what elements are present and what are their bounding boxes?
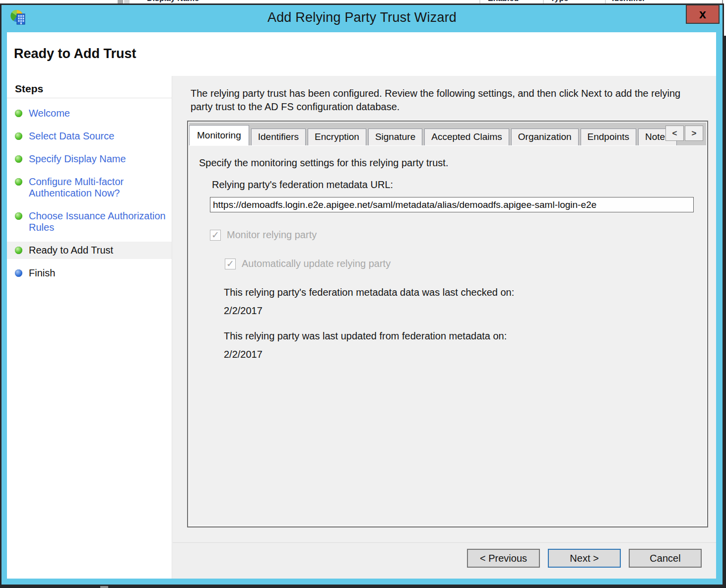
- monitor-relying-party-checkbox-row: ✓ Monitor relying party: [210, 229, 317, 241]
- bg-column-divider: [479, 0, 480, 3]
- add-relying-party-trust-wizard-dialog: Add Relying Party Trust Wizard x Ready t…: [0, 3, 724, 586]
- tab-accepted-claims[interactable]: Accepted Claims: [424, 129, 509, 145]
- window-title: Add Relying Party Trust Wizard: [1, 10, 723, 25]
- tab-monitoring[interactable]: Monitoring: [189, 125, 249, 145]
- bg-column-divider: [543, 0, 544, 3]
- previous-button[interactable]: < Previous: [467, 549, 540, 568]
- step-pending-icon: [15, 269, 22, 277]
- step-item-configure-mfa: Configure Multi-factor Authentication No…: [7, 176, 172, 199]
- bg-scrollbar-fragment: [124, 0, 130, 3]
- auto-update-relying-party-label: Automatically update relying party: [242, 258, 391, 269]
- wizard-description: The relying party trust has been configu…: [191, 87, 692, 114]
- last-checked-label: This relying party's federation metadata…: [224, 287, 514, 298]
- next-button[interactable]: Next >: [548, 549, 621, 568]
- close-button[interactable]: x: [686, 4, 720, 24]
- bg-column-divider: [605, 0, 606, 3]
- bg-column-enabled: Enabled: [488, 0, 519, 3]
- header-band: Ready to Add Trust: [7, 32, 716, 76]
- federation-metadata-url-input[interactable]: [210, 197, 694, 212]
- monitoring-intro: Specify the monitoring settings for this…: [199, 157, 448, 169]
- background-window-top-sliver: Display Name Enabled Type Identifier: [0, 0, 724, 3]
- checkbox-checked-icon: ✓: [210, 230, 221, 241]
- titlebar[interactable]: Add Relying Party Trust Wizard x: [1, 5, 723, 31]
- step-done-icon: [15, 212, 22, 220]
- bg-column-type: Type: [550, 0, 568, 3]
- step-done-icon: [15, 132, 22, 140]
- steps-sidebar: Steps Welcome Select Data Source Specify…: [7, 76, 172, 579]
- step-item-ready-to-add-trust: Ready to Add Trust: [7, 242, 172, 259]
- last-updated-label: This relying party was last updated from…: [224, 330, 507, 342]
- step-item-select-data-source: Select Data Source: [7, 131, 172, 142]
- tab-encryption[interactable]: Encryption: [308, 129, 366, 145]
- step-item-finish: Finish: [7, 267, 172, 279]
- steps-title: Steps: [7, 76, 172, 98]
- step-item-welcome: Welcome: [7, 108, 172, 119]
- wizard-footer: < Previous Next > Cancel: [173, 542, 716, 579]
- tab-identifiers[interactable]: Identifiers: [251, 129, 306, 145]
- tab-scroll-buttons: < >: [664, 126, 703, 141]
- last-updated-date: 2/2/2017: [224, 349, 263, 360]
- tab-strip: Monitoring Identifiers Encryption Signat…: [189, 123, 706, 145]
- bg-column-display-name: Display Name: [147, 0, 199, 3]
- last-checked-date: 2/2/2017: [224, 305, 263, 317]
- trust-properties-tab-panel: Monitoring Identifiers Encryption Signat…: [187, 121, 708, 527]
- tab-organization[interactable]: Organization: [511, 129, 579, 145]
- tab-endpoints[interactable]: Endpoints: [581, 129, 637, 145]
- steps-list: Welcome Select Data Source Specify Displ…: [7, 98, 172, 279]
- step-done-icon: [15, 110, 22, 117]
- checkbox-checked-icon: ✓: [225, 259, 236, 269]
- dialog-body: Ready to Add Trust Steps Welcome Select …: [7, 32, 716, 579]
- step-done-icon: [15, 247, 22, 254]
- federation-metadata-url-label: Relying party's federation metadata URL:: [212, 179, 393, 191]
- main-content: The relying party trust has been configu…: [173, 76, 716, 579]
- page-title: Ready to Add Trust: [14, 46, 136, 62]
- tab-scroll-right-icon[interactable]: >: [685, 126, 703, 141]
- screen: Display Name Enabled Type Identifier: [0, 0, 726, 588]
- step-done-icon: [15, 178, 22, 186]
- monitor-relying-party-label: Monitor relying party: [227, 229, 317, 241]
- bg-scrollbar-fragment-bottom: [100, 586, 108, 588]
- step-done-icon: [15, 155, 22, 163]
- cancel-button[interactable]: Cancel: [629, 549, 702, 568]
- tab-scroll-left-icon[interactable]: <: [665, 126, 684, 141]
- auto-update-relying-party-checkbox-row: ✓ Automatically update relying party: [225, 258, 391, 269]
- bg-column-identifier: Identifier: [612, 0, 646, 3]
- monitoring-tab-page: Specify the monitoring settings for this…: [189, 145, 706, 525]
- step-item-choose-issuance-rules: Choose Issuance Authorization Rules: [7, 210, 172, 233]
- tab-signature[interactable]: Signature: [368, 129, 422, 145]
- step-item-specify-display-name: Specify Display Name: [7, 153, 172, 165]
- bg-scrollbar-fragment: [118, 0, 123, 3]
